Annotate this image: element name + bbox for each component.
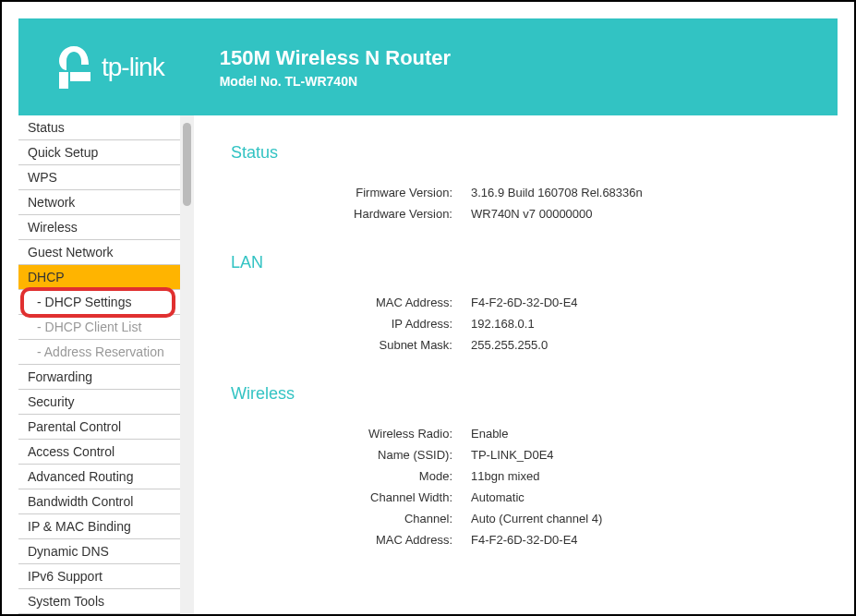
sidebar-item-2[interactable]: WPS — [18, 165, 180, 190]
info-row: MAC Address:F4-F2-6D-32-D0-E4 — [231, 296, 801, 309]
info-row: IP Address:192.168.0.1 — [231, 317, 801, 331]
info-label: Subnet Mask: — [231, 338, 471, 352]
sidebar-item-1[interactable]: Quick Setup — [18, 140, 180, 165]
info-row: Wireless Radio:Enable — [231, 427, 801, 441]
info-label: MAC Address: — [231, 533, 471, 547]
sidebar-item-14[interactable]: Advanced Routing — [18, 465, 180, 489]
info-label: Name (SSID): — [231, 448, 471, 462]
sidebar-scrollbar[interactable] — [180, 115, 194, 614]
sidebar: StatusQuick SetupWPSNetworkWirelessGuest… — [18, 115, 180, 614]
sidebar-item-17[interactable]: Dynamic DNS — [18, 539, 180, 564]
content-area: StatusFirmware Version:3.16.9 Build 1607… — [194, 115, 838, 614]
svg-rect-1 — [70, 72, 90, 81]
info-value: Auto (Current channel 4) — [471, 512, 602, 525]
info-label: Channel: — [231, 512, 471, 525]
info-value: Automatic — [471, 490, 524, 504]
info-label: Hardware Version: — [231, 207, 471, 221]
sidebar-item-13[interactable]: Access Control — [18, 440, 180, 465]
sidebar-subitem-7[interactable]: - DHCP Settings — [18, 290, 180, 315]
info-row: Mode:11bgn mixed — [231, 469, 801, 483]
info-value: 192.168.0.1 — [471, 317, 535, 331]
section-1: LANMAC Address:F4-F2-6D-32-D0-E4IP Addre… — [231, 253, 801, 352]
sidebar-item-11[interactable]: Security — [18, 390, 180, 415]
info-value: F4-F2-6D-32-D0-E4 — [471, 533, 578, 547]
info-row: Firmware Version:3.16.9 Build 160708 Rel… — [231, 186, 801, 199]
sidebar-item-0[interactable]: Status — [18, 115, 180, 140]
section-0: StatusFirmware Version:3.16.9 Build 1607… — [231, 143, 801, 221]
info-label: Wireless Radio: — [231, 427, 471, 441]
info-value: TP-LINK_D0E4 — [471, 448, 554, 462]
brand-text: tp-link — [102, 53, 164, 82]
sidebar-item-6[interactable]: DHCP — [18, 265, 180, 290]
section-2: WirelessWireless Radio:EnableName (SSID)… — [231, 384, 801, 547]
info-label: IP Address: — [231, 317, 471, 331]
sidebar-item-4[interactable]: Wireless — [18, 215, 180, 240]
sidebar-subitem-9[interactable]: - Address Reservation — [18, 340, 180, 365]
section-title: Wireless — [231, 384, 801, 404]
info-row: Name (SSID):TP-LINK_D0E4 — [231, 448, 801, 462]
info-row: MAC Address:F4-F2-6D-32-D0-E4 — [231, 533, 801, 547]
sidebar-item-3[interactable]: Network — [18, 190, 180, 215]
sidebar-item-19[interactable]: System Tools — [18, 589, 180, 614]
info-value: Enable — [471, 427, 508, 441]
info-value: 3.16.9 Build 160708 Rel.68336n — [471, 186, 643, 199]
sidebar-wrap: StatusQuick SetupWPSNetworkWirelessGuest… — [18, 115, 180, 614]
info-label: Channel Width: — [231, 490, 471, 504]
info-row: Channel Width:Automatic — [231, 490, 801, 504]
info-value: 11bgn mixed — [471, 469, 539, 483]
info-value: WR740N v7 00000000 — [471, 207, 593, 221]
header: tp-link 150M Wireless N Router Model No.… — [18, 18, 838, 115]
info-label: Mode: — [231, 469, 471, 483]
sidebar-scrollbar-thumb[interactable] — [183, 123, 191, 206]
info-row: Channel:Auto (Current channel 4) — [231, 512, 801, 525]
sidebar-subitem-8[interactable]: - DHCP Client List — [18, 315, 180, 340]
section-title: LAN — [231, 253, 801, 272]
brand-logo: tp-link — [55, 44, 164, 91]
info-row: Hardware Version:WR740N v7 00000000 — [231, 207, 801, 221]
sidebar-item-12[interactable]: Parental Control — [18, 415, 180, 440]
sidebar-item-5[interactable]: Guest Network — [18, 240, 180, 265]
header-title-block: 150M Wireless N Router Model No. TL-WR74… — [220, 46, 451, 89]
info-value: 255.255.255.0 — [471, 338, 548, 352]
body-area: StatusQuick SetupWPSNetworkWirelessGuest… — [18, 115, 838, 614]
tplink-logo-icon — [55, 44, 92, 91]
section-title: Status — [231, 143, 801, 163]
product-model: Model No. TL-WR740N — [220, 74, 451, 89]
info-label: MAC Address: — [231, 296, 471, 309]
app-window: tp-link 150M Wireless N Router Model No.… — [0, 0, 856, 616]
info-value: F4-F2-6D-32-D0-E4 — [471, 296, 578, 309]
info-label: Firmware Version: — [231, 186, 471, 199]
sidebar-item-10[interactable]: Forwarding — [18, 365, 180, 390]
svg-rect-0 — [59, 72, 68, 89]
product-title: 150M Wireless N Router — [220, 46, 451, 70]
sidebar-item-15[interactable]: Bandwidth Control — [18, 489, 180, 514]
info-row: Subnet Mask:255.255.255.0 — [231, 338, 801, 352]
sidebar-item-16[interactable]: IP & MAC Binding — [18, 514, 180, 539]
sidebar-item-18[interactable]: IPv6 Support — [18, 564, 180, 589]
